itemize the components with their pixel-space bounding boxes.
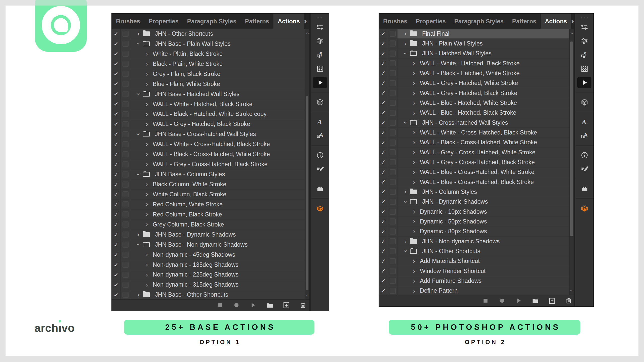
dialog-toggle[interactable] (121, 290, 130, 299)
expand-arrow-icon[interactable]: › (412, 208, 416, 215)
new-action-button[interactable] (283, 302, 290, 309)
expand-arrow-icon[interactable]: › (136, 292, 140, 298)
scroll-up-icon[interactable]: › (304, 31, 309, 35)
toolstrip-actions-icon[interactable] (575, 76, 593, 89)
action-row[interactable]: ✓ › WALL - White - Hatched, Black Stroke (112, 99, 305, 109)
dialog-toggle[interactable] (388, 167, 397, 177)
expand-arrow-icon[interactable]: › (404, 189, 408, 195)
expand-arrow-icon[interactable]: › (145, 261, 149, 268)
include-checkbox[interactable]: ✓ (379, 276, 388, 286)
record-button[interactable] (499, 297, 506, 304)
toolstrip-paragraph-styles-icon[interactable]: ¶ (311, 48, 329, 62)
action-row[interactable]: ✓ › WALL - Grey - Hatched, White Stroke (379, 78, 569, 88)
row-content[interactable]: › WALL - Blue - Hatched, Black Stroke (397, 108, 569, 118)
include-checkbox[interactable]: ✓ (379, 177, 388, 187)
row-content[interactable]: › JHN Base - Plain Wall Styles (130, 39, 305, 49)
expand-arrow-icon[interactable]: › (145, 151, 149, 158)
expand-arrow-icon[interactable]: › (145, 201, 149, 208)
toolstrip-character-styles-icon[interactable]: A (311, 129, 329, 143)
include-checkbox[interactable]: ✓ (112, 109, 121, 119)
dialog-toggle[interactable] (388, 88, 397, 98)
action-row[interactable]: ✓ › Dynamic - 10px Shadows (379, 207, 569, 217)
toolstrip-paragraph-styles-icon[interactable]: ¶ (575, 48, 593, 62)
action-row[interactable]: ✓ › WALL - Blue - Cross-Hatched, Black S… (379, 177, 569, 187)
dialog-toggle[interactable] (121, 79, 130, 89)
action-set-row[interactable]: ✓ › JHN Base - Dynamic Shadows (112, 230, 305, 240)
dialog-toggle[interactable] (388, 246, 397, 256)
include-checkbox[interactable]: ✓ (379, 256, 388, 266)
action-row[interactable]: ✓ › WALL - Grey - Cross-Hatched, Black S… (379, 157, 569, 167)
dialog-toggle[interactable] (121, 260, 130, 270)
toolstrip-properties-icon[interactable] (311, 34, 329, 48)
action-row[interactable]: ✓ › WALL - White - Hatched, Black Stroke (379, 59, 569, 68)
tab-actions[interactable]: Actions (541, 14, 571, 29)
include-checkbox[interactable]: ✓ (112, 290, 121, 299)
expand-arrow-icon[interactable]: › (145, 251, 149, 258)
scrollbar[interactable]: › › (305, 29, 309, 299)
action-set-row[interactable]: ✓ › Final Final (379, 29, 569, 39)
action-row[interactable]: ✓ › WALL - White - Cross-Hatched, Black … (379, 128, 569, 138)
action-row[interactable]: ✓ › WALL - Blue - Cross-Hatched, White S… (379, 167, 569, 177)
tab-actions[interactable]: Actions (273, 14, 304, 29)
toolstrip-brush-settings-icon[interactable] (311, 162, 329, 176)
new-folder-button[interactable] (266, 302, 273, 309)
toolstrip-properties-icon[interactable] (575, 34, 593, 48)
dialog-toggle[interactable] (121, 230, 130, 240)
expand-arrow-icon[interactable]: › (145, 111, 149, 117)
action-row[interactable]: ✓ › WALL - Grey - Cross-Hatched, Black S… (112, 159, 305, 169)
expand-arrow-icon[interactable]: › (412, 159, 416, 165)
expand-arrow-icon[interactable]: › (412, 149, 416, 156)
row-content[interactable]: › WALL - Black - Hatched, White Stroke (397, 68, 569, 78)
collapse-arrow-icon[interactable]: › (135, 243, 142, 247)
action-set-row[interactable]: ✓ › JHN - Non-dynamic Shadows (379, 237, 569, 246)
toolstrip-patterns-icon[interactable] (575, 62, 593, 76)
tab-brushes[interactable]: Brushes (112, 14, 144, 29)
collapse-arrow-icon[interactable]: › (402, 52, 409, 56)
action-row[interactable]: ✓ › WALL - Grey - Hatched, Black Stroke (379, 88, 569, 98)
expand-arrow-icon[interactable]: › (412, 139, 416, 146)
expand-arrow-icon[interactable]: › (412, 258, 416, 264)
include-checkbox[interactable]: ✓ (112, 200, 121, 209)
expand-arrow-icon[interactable]: › (145, 101, 149, 107)
row-content[interactable]: › JHN - Non-dynamic Shadows (397, 237, 569, 246)
expand-arrow-icon[interactable]: › (404, 30, 408, 37)
include-checkbox[interactable]: ✓ (379, 237, 388, 246)
row-content[interactable]: › WALL - Grey - Hatched, White Stroke (397, 78, 569, 88)
toolstrip-3d-icon[interactable] (575, 95, 593, 109)
row-content[interactable]: › JHN Base - Cross-hatched Wall Styles (130, 129, 305, 139)
dialog-toggle[interactable] (388, 256, 397, 266)
row-content[interactable]: › White Column, Black Stroke (130, 190, 305, 199)
include-checkbox[interactable]: ✓ (112, 210, 121, 219)
action-set-row[interactable]: ✓ › JHN - Other Shortcuts (112, 29, 305, 39)
expand-arrow-icon[interactable]: › (412, 100, 416, 106)
action-row[interactable]: ✓ › Grey Column, Black Stroke (112, 220, 305, 230)
play-button[interactable] (250, 302, 257, 309)
include-checkbox[interactable]: ✓ (379, 157, 388, 167)
action-set-row[interactable]: ✓ › JHN - Other Shortcuts (379, 246, 569, 256)
row-content[interactable]: › WALL - Grey - Hatched, Black Stroke (397, 88, 569, 98)
action-row[interactable]: ✓ › White Column, Black Stroke (112, 190, 305, 200)
row-content[interactable]: › WALL - Grey - Cross-Hatched, White Str… (397, 148, 569, 157)
action-row[interactable]: ✓ › Red Column, White Stroke (112, 200, 305, 210)
expand-arrow-icon[interactable]: › (412, 169, 416, 175)
dialog-toggle[interactable] (121, 159, 130, 169)
expand-arrow-icon[interactable]: › (412, 268, 416, 274)
include-checkbox[interactable]: ✓ (112, 220, 121, 230)
include-checkbox[interactable]: ✓ (112, 280, 121, 290)
collapse-arrow-icon[interactable]: › (135, 172, 142, 176)
delete-button[interactable] (299, 302, 307, 309)
dialog-toggle[interactable] (388, 177, 397, 187)
include-checkbox[interactable]: ✓ (379, 59, 388, 68)
stop-button[interactable] (216, 302, 224, 309)
action-row[interactable]: ✓ › WALL - Black - Hatched, White Stroke… (112, 109, 305, 119)
include-checkbox[interactable]: ✓ (112, 159, 121, 169)
toolstrip-brushes-icon[interactable] (311, 20, 329, 34)
action-set-row[interactable]: ✓ › JHN - Hatched Wall Styles (379, 49, 569, 59)
include-checkbox[interactable]: ✓ (379, 148, 388, 157)
tab-properties[interactable]: Properties (144, 14, 183, 29)
row-content[interactable]: › JHN - Dynamic Shadows (397, 197, 569, 207)
action-row[interactable]: ✓ › WALL - Grey - Cross-Hatched, White S… (379, 148, 569, 157)
include-checkbox[interactable]: ✓ (112, 49, 121, 59)
dialog-toggle[interactable] (388, 197, 397, 207)
include-checkbox[interactable]: ✓ (379, 78, 388, 88)
